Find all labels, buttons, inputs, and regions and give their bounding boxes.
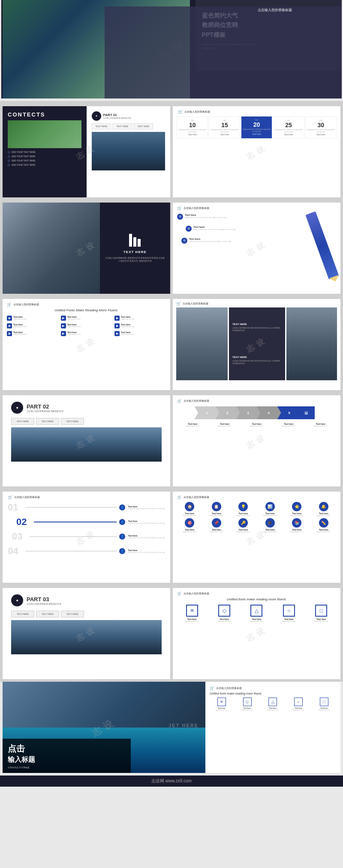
s7-tabs: TEXT HERE TEXT HERE TEXT HERE xyxy=(11,418,162,425)
num-val-2: 15 xyxy=(210,122,239,128)
person-icon-1: 👤 xyxy=(119,504,125,510)
slide-12-part03: ✦ PART 03 点击输入您的替换标题 感谢您的支持 TEXT HERE TE… xyxy=(3,588,170,679)
s6-item-9: ▶ Text hereSupporting text here. xyxy=(114,331,166,336)
s8-line-4 xyxy=(25,551,117,552)
s14-desc-4: Supporting text here. xyxy=(282,620,296,622)
s12-landscape-img xyxy=(11,620,162,654)
s13-icon-desc-5: Supporting text here. xyxy=(318,709,330,711)
s8-step-4: 04 👤 Text here Copy press forms. Choose … xyxy=(8,546,165,557)
part-label: PART 01 xyxy=(103,113,131,117)
s10-arrows-row: 1 2 3 4 5 🖥 xyxy=(177,406,336,419)
pencil-tip xyxy=(329,275,340,283)
bottom-bar: 志设网 www.zs9.com xyxy=(0,776,343,787)
num-desc-2: Copy press forms. Choose the only option… xyxy=(210,129,239,133)
s13-icon-box-4: ○ xyxy=(294,698,303,706)
s13-click-row: 点击 xyxy=(8,743,126,755)
s8-desc-4: Copy press forms. Choose the only option… xyxy=(128,552,165,553)
num-label-3: text xyxy=(242,119,271,121)
s9-header: 🛒 点击输入您的替换标题 xyxy=(176,301,337,306)
s5-item-3-text: Text here Copy press forms. Choose the o… xyxy=(189,238,232,243)
s14-item-3: △ Text here Supporting text here. xyxy=(242,605,271,622)
s3-text-here: TEXT HERE xyxy=(123,250,147,254)
s7-part-label: PART 02 xyxy=(27,403,63,410)
s4-header: 🛒 点击输入您的替换标题 xyxy=(173,106,340,115)
num-sub-3: Text here xyxy=(242,133,271,135)
s8-line-1 xyxy=(25,507,117,508)
s11-item-7: 🎯 Text here Supporting text here. xyxy=(177,518,202,533)
person-icon-2: 👤 xyxy=(119,519,125,525)
s14-header: 🛒 点击输入您的替换标题 xyxy=(177,591,336,596)
num-desc-1: Copy press forms. Choose the only option… xyxy=(178,129,207,133)
slide-1-cover: 志设 点击输入您的替换标题 蓝色简约大气 教师岗位竞聘 PPT模板 TEACHE… xyxy=(1,0,342,98)
s12-tab-2[interactable]: TEXT HERE xyxy=(36,611,59,617)
s5-header: 🛒 点击输入您的替换标题 xyxy=(177,206,336,210)
s5-header-text: 点击输入您的替换标题 xyxy=(184,206,209,210)
s11-desc-10: Supporting text here. xyxy=(263,531,277,533)
s7-tab-1[interactable]: TEXT HERE xyxy=(11,418,34,425)
s11-grid: 🏠 Text here Supporting text here. 📋 Text… xyxy=(177,502,336,533)
s14-desc-2: Supporting text here. xyxy=(217,620,232,622)
s11-icon-box-10: 🎓 xyxy=(265,518,275,528)
s12-part-label: PART 03 xyxy=(27,596,61,603)
s5-item-1-text: Text here Copy press forms. Choose the o… xyxy=(185,214,227,219)
s13-icon-desc-3: Supporting text here. xyxy=(267,709,279,711)
s14-item-4: ○ Text here Supporting text here. xyxy=(274,605,304,622)
s11-desc-5: Supporting text here. xyxy=(290,515,304,516)
s10-label-2: Text here Supporting dot here. xyxy=(209,423,241,427)
s13-header-text: 点击输入您的替换标题 xyxy=(216,686,242,690)
s11-icon-box-3: 💡 xyxy=(238,502,248,511)
numbers-row: text 10 Copy press forms. Choose the onl… xyxy=(173,116,340,138)
s8-content: 🛒 点击输入您的替换标题 01 👤 Text here Copy press f… xyxy=(3,492,170,560)
s11-icon-box-1: 🏠 xyxy=(185,502,194,511)
cart-icon-s6: 🛒 xyxy=(7,302,12,307)
jet-here-text: JET HERE xyxy=(168,723,199,728)
s8-line-3 xyxy=(30,536,117,537)
part03-icon: ✦ xyxy=(11,594,23,606)
s9-img-left xyxy=(176,307,228,380)
s7-tab-3[interactable]: TEXT HERE xyxy=(61,418,84,425)
s6-icon-8: ▶ xyxy=(61,331,66,336)
s10-labels: Text here Supporting dot here. Text here… xyxy=(177,423,336,427)
num-val-4: 25 xyxy=(274,122,303,128)
num-val-5: 30 xyxy=(307,122,335,128)
s10-header: 🛒 点击输入您的替换标题 xyxy=(177,399,336,403)
s10-label-1: Text here Supporting dot here. xyxy=(177,423,208,427)
num-desc-3: Copy press forms. Choose the only option… xyxy=(242,128,271,132)
s6-header-text: 点击输入您的替换标题 xyxy=(13,303,39,307)
num-col-5: text 30 Copy press forms. Choose the onl… xyxy=(305,116,337,138)
s12-tab-1[interactable]: TEXT HERE xyxy=(11,611,34,617)
num-sub-4: Text here xyxy=(274,133,303,136)
menu-label-1: ADD YOUR TEXT HERE xyxy=(12,151,36,153)
s6-content: 🛒 点击输入您的替换标题 Unified Fonts Make Reading … xyxy=(3,299,170,340)
s14-icon-3: △ xyxy=(250,605,262,617)
tab-1[interactable]: TEXT HERE xyxy=(92,123,111,129)
s11-desc-6: Supporting text here. xyxy=(317,515,331,516)
slide-4-numbers: 🛒 点击输入您的替换标题 text 10 Copy press forms. C… xyxy=(173,106,340,197)
tab-2[interactable]: TEXT HERE xyxy=(112,123,132,129)
menu-item-3: ADD YOUR TEXT HERE xyxy=(8,159,81,162)
s7-tab-2[interactable]: TEXT HERE xyxy=(36,418,59,425)
s8-text-block-2: Text here Copy press forms. Choose the o… xyxy=(128,520,165,524)
num-sub-1: Text here xyxy=(178,133,207,136)
s8-num-2: 02 xyxy=(16,516,31,528)
s10-label-5: Text here Supporting dot here. xyxy=(305,423,336,427)
gear-icon-1: ⚙ xyxy=(177,214,183,220)
tab-3[interactable]: TEXT HERE xyxy=(133,123,153,129)
tab-buttons: TEXT HERE TEXT HERE TEXT HERE xyxy=(92,123,165,129)
menu-item-2: ADD YOUR TEXT HERE xyxy=(8,155,81,158)
s12-tabs: TEXT HERE TEXT HERE TEXT HERE xyxy=(11,611,162,617)
s14-icon-5: □ xyxy=(315,605,327,617)
s6-item-6: ▶ Text hereSupporting text here. xyxy=(114,323,166,328)
cliff-image xyxy=(3,203,100,294)
s11-item-1: 🏠 Text here Supporting text here. xyxy=(177,502,202,516)
slide-5-pencil: 🛒 点击输入您的替换标题 ⚙ Text here Copy press form… xyxy=(173,203,340,294)
s11-desc-7: Supporting text here. xyxy=(183,531,197,533)
cart-icon-s13: 🛒 xyxy=(210,686,214,690)
num-col-2: text 15 Copy press forms. Choose the onl… xyxy=(209,116,240,138)
bar-1 xyxy=(129,234,132,247)
s8-text-block-1: Text here Copy press forms. Choose the o… xyxy=(128,505,165,510)
s12-tab-3[interactable]: TEXT HERE xyxy=(61,611,84,617)
s6-item-1: ▶ Text hereSupporting text here. xyxy=(7,316,58,321)
s11-desc-12: Supporting text here. xyxy=(317,531,331,533)
s14-icon-4: ○ xyxy=(283,605,295,617)
